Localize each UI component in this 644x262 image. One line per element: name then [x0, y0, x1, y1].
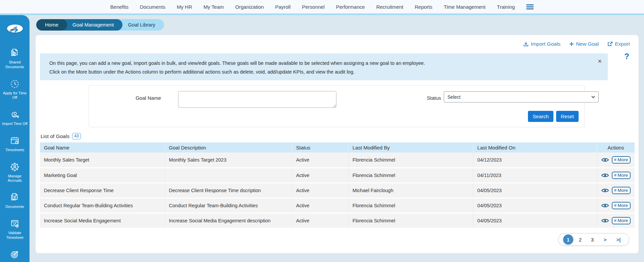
cell-modified-on: 04/12/2023	[473, 152, 597, 168]
menu-toggle-button[interactable]: Menu	[7, 25, 23, 33]
import-goals-button[interactable]: Import Goals	[523, 41, 560, 47]
cell-modified-by: Florencia Schimmel	[348, 213, 473, 228]
filter-buttons: Search Reset	[528, 111, 579, 122]
cell-modified-by: Florencia Schimmel	[348, 198, 473, 213]
more-label: More	[618, 218, 628, 223]
col-actions: Actions	[597, 142, 635, 152]
cell-goal-name: Increase Social Media Engagement	[40, 213, 165, 228]
sidebar-item-label: Shared Documents	[1, 60, 29, 70]
sidebar-item-label: Import Time Off	[2, 122, 28, 126]
nav-my-team[interactable]: My Team	[204, 4, 224, 10]
cell-status: Active	[292, 213, 348, 228]
nav-organization[interactable]: Organization	[235, 4, 264, 10]
more-actions-button[interactable]: ≡ More	[612, 187, 631, 194]
more-actions-button[interactable]: ≡ More	[612, 202, 631, 209]
nav-recruitment[interactable]: Recruitment	[376, 4, 404, 10]
nav-benefits[interactable]: Benefits	[110, 4, 128, 10]
cell-status: Active	[292, 198, 348, 213]
cell-modified-on: 04/05/2023	[473, 198, 597, 213]
reset-button[interactable]: Reset	[556, 111, 579, 122]
page-1-button[interactable]: 1	[563, 234, 573, 245]
sidebar-item-apply-time-off[interactable]: Apply for Time Off	[1, 78, 29, 100]
nav-reports[interactable]: Reports	[415, 4, 433, 10]
view-goal-icon[interactable]	[601, 218, 609, 223]
more-actions-button[interactable]: ≡ More	[612, 156, 631, 164]
manage-accruals-icon	[9, 161, 20, 173]
more-bars-icon: ≡	[614, 173, 617, 177]
status-select[interactable]: Select	[444, 91, 599, 102]
sidebar-item-my-goals[interactable]: My Goals	[1, 249, 29, 262]
nav-payroll[interactable]: Payroll	[275, 4, 290, 10]
cell-modified-by: Florencia Schimmel	[348, 152, 473, 168]
sidebar-item-shared-documents[interactable]: Shared Documents	[1, 47, 29, 70]
list-of-goals-header: List of Goals 43	[41, 133, 81, 139]
nav-personnel[interactable]: Personnel	[302, 4, 325, 10]
view-goal-icon[interactable]	[601, 203, 609, 208]
search-button[interactable]: Search	[528, 111, 553, 122]
import-time-off-icon	[9, 109, 20, 120]
goal-name-input[interactable]	[178, 91, 336, 108]
timesheets-icon	[9, 135, 20, 146]
page-2-button[interactable]: 2	[575, 234, 585, 245]
sidebar-item-timesheets[interactable]: Timesheets	[1, 135, 29, 152]
export-icon	[607, 41, 613, 47]
cell-modified-by: Florencia Schimmel	[348, 168, 473, 183]
cell-goal-name: Marketing Goal	[40, 168, 165, 183]
more-actions-button[interactable]: ≡ More	[612, 172, 631, 179]
info-banner-line1: On this page, you can add a new goal, im…	[49, 59, 594, 68]
cell-goal-description: Monthly Sales Target 2023	[165, 152, 292, 168]
page-3-button[interactable]: 3	[587, 234, 597, 245]
close-icon[interactable]: ×	[598, 57, 602, 65]
cell-goal-name: Decrease Client Response Time	[40, 183, 165, 198]
import-goals-label: Import Goals	[531, 41, 560, 47]
new-goal-label: New Goal	[576, 41, 599, 47]
more-bars-icon: ≡	[614, 188, 617, 192]
hamburger-menu-icon[interactable]	[526, 4, 534, 9]
new-goal-button[interactable]: New Goal	[569, 41, 599, 47]
table-row: Decrease Client Response Time Decrease C…	[40, 183, 635, 198]
view-goal-icon[interactable]	[601, 173, 609, 178]
table-row: Marketing Goal Active Florencia Schimmel…	[40, 168, 635, 183]
view-goal-icon[interactable]	[601, 188, 609, 193]
nav-my-hr[interactable]: My HR	[177, 4, 192, 10]
cell-status: Active	[292, 152, 348, 168]
view-goal-icon[interactable]	[601, 157, 609, 163]
export-button[interactable]: Export	[607, 41, 630, 47]
last-page-icon[interactable]: >|	[613, 234, 624, 245]
table-row: Conduct Regular Team-Building Activities…	[40, 198, 635, 213]
cell-goal-name: Conduct Regular Team-Building Activities	[40, 198, 165, 213]
cell-goal-description: Increase Social Media Engagement descrip…	[165, 213, 292, 228]
next-page-icon[interactable]: >	[599, 234, 611, 245]
nav-performance[interactable]: Performance	[336, 4, 365, 10]
cell-modified-on: 04/11/2023	[473, 168, 597, 183]
more-bars-icon: ≡	[614, 218, 617, 223]
sidebar-item-label: Timesheets	[5, 148, 24, 152]
sidebar-item-validate-timesheet[interactable]: Validate Timesheet	[1, 218, 29, 240]
breadcrumb-home[interactable]: Home	[36, 19, 67, 31]
col-status[interactable]: Status	[292, 142, 348, 152]
more-actions-button[interactable]: ≡ More	[612, 217, 631, 224]
nav-training[interactable]: Training	[497, 4, 515, 10]
help-icon[interactable]: ?	[624, 52, 629, 61]
nav-time-management[interactable]: Time Management	[444, 4, 486, 10]
sidebar-item-import-time-off[interactable]: Import Time Off	[1, 109, 29, 126]
sidebar-item-manage-accruals[interactable]: Manage Accruals	[1, 161, 29, 183]
col-last-modified-by[interactable]: Last Modified By	[348, 142, 473, 152]
table-header-row: Goal Name Goal Description Status Last M…	[40, 142, 635, 152]
info-banner-line2: Click on the More button under the Actio…	[49, 68, 594, 76]
sidebar-item-documents[interactable]: Documents	[1, 192, 29, 209]
pagination: 1 2 3 > >|	[558, 233, 629, 246]
my-goals-icon	[9, 249, 20, 260]
import-icon	[523, 41, 529, 47]
validate-timesheet-icon	[9, 218, 20, 229]
col-goal-name[interactable]: Goal Name	[40, 142, 165, 152]
header-divider	[0, 13, 644, 15]
col-last-modified-on[interactable]: Last Modified On	[473, 142, 597, 152]
status-label: Status	[408, 95, 441, 101]
col-goal-description[interactable]: Goal Description	[165, 142, 292, 152]
nav-documents[interactable]: Documents	[140, 4, 165, 10]
cell-goal-description	[165, 168, 292, 183]
apply-time-off-icon	[9, 78, 20, 90]
cell-goal-name: Monthly Sales Target	[40, 152, 165, 168]
cell-goal-description: Conduct Regular Team-Building Activities	[165, 198, 292, 213]
